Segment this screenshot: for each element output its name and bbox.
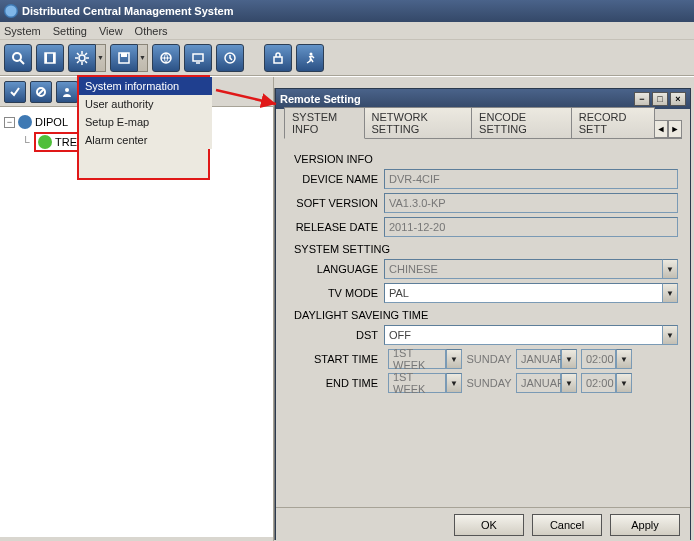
close-button[interactable]: ×	[670, 92, 686, 106]
chevron-down-icon[interactable]: ▼	[446, 373, 462, 393]
row-end-time: END TIME 1ST WEEK▼ SUNDAY JANUAR▼ 02:00▼	[288, 373, 678, 393]
monitor-button[interactable]	[184, 44, 212, 72]
form-area: VERSION INFO DEVICE NAME DVR-4CIF SOFT V…	[284, 139, 682, 393]
tab-system-info[interactable]: SYSTEM INFO	[284, 107, 365, 139]
clock-button[interactable]	[216, 44, 244, 72]
minimize-button[interactable]: −	[634, 92, 650, 106]
select-tv-mode[interactable]: PAL ▼	[384, 283, 678, 303]
chevron-down-icon[interactable]: ▼	[616, 373, 632, 393]
user-button[interactable]	[56, 81, 78, 103]
tab-encode-setting[interactable]: ENCODE SETTING	[471, 107, 572, 138]
tab-network-setting[interactable]: NETWORK SETTING	[364, 107, 473, 138]
globe-icon	[18, 115, 32, 129]
select-dst[interactable]: OFF ▼	[384, 325, 678, 345]
select-start-hour[interactable]: 02:00▼	[581, 349, 632, 369]
menu-setting[interactable]: Setting	[53, 25, 87, 37]
gear-icon[interactable]	[68, 44, 96, 72]
group-version-info: VERSION INFO	[294, 153, 678, 165]
main-titlebar: Distributed Central Management System	[0, 0, 694, 22]
toolbar: ▼ ▼	[0, 40, 694, 76]
tab-scroll-left[interactable]: ◄	[654, 120, 668, 138]
value-soft-version: VA1.3.0-KP	[384, 193, 678, 213]
globe-button[interactable]	[152, 44, 180, 72]
svg-rect-13	[274, 57, 282, 63]
value-end-hour: 02:00	[581, 373, 616, 393]
value-start-hour: 02:00	[581, 349, 616, 369]
svg-rect-10	[193, 54, 203, 61]
window-title: Distributed Central Management System	[22, 5, 234, 17]
svg-line-16	[38, 89, 44, 95]
label-end-time: END TIME	[288, 377, 384, 389]
svg-line-2	[20, 60, 24, 64]
lock-button[interactable]	[264, 44, 292, 72]
menu-others[interactable]: Others	[135, 25, 168, 37]
tab-record-setting[interactable]: RECORD SETT	[571, 107, 655, 138]
chevron-down-icon[interactable]: ▼	[561, 373, 577, 393]
chevron-down-icon[interactable]: ▼	[96, 44, 106, 72]
device-online-icon	[38, 135, 52, 149]
maximize-button[interactable]: □	[652, 92, 668, 106]
menu-item-user-authority[interactable]: User authority	[79, 95, 212, 113]
apply-button[interactable]: Apply	[610, 514, 680, 536]
chevron-down-icon[interactable]: ▼	[138, 44, 148, 72]
settings-dropdown[interactable]: ▼	[68, 44, 106, 72]
menu-item-system-information[interactable]: System information	[79, 77, 212, 95]
menu-item-setup-emap[interactable]: Setup E-map	[79, 113, 212, 131]
tab-scroll-right[interactable]: ►	[668, 120, 682, 138]
select-end-month[interactable]: JANUAR▼	[516, 373, 577, 393]
check-button[interactable]	[4, 81, 26, 103]
menu-view[interactable]: View	[99, 25, 123, 37]
dialog-tabs: SYSTEM INFO NETWORK SETTING ENCODE SETTI…	[284, 117, 682, 139]
label-device-name: DEVICE NAME	[288, 173, 384, 185]
value-release-date: 2011-12-20	[384, 217, 678, 237]
settings-dropdown-menu: System information User authority Setup …	[79, 77, 212, 149]
dialog-button-bar: OK Cancel Apply	[276, 507, 690, 541]
select-end-week[interactable]: 1ST WEEK▼	[388, 373, 462, 393]
value-start-week: 1ST WEEK	[388, 349, 446, 369]
dialog-title: Remote Setting	[280, 93, 361, 105]
settings-dropdown-highlight: System information User authority Setup …	[77, 75, 210, 180]
runner-button[interactable]	[296, 44, 324, 72]
group-system-setting: SYSTEM SETTING	[294, 243, 678, 255]
tab-scroll: ◄ ►	[654, 120, 682, 138]
collapse-icon[interactable]: −	[4, 117, 15, 128]
svg-point-14	[310, 52, 313, 55]
cancel-button[interactable]: Cancel	[532, 514, 602, 536]
row-soft-version: SOFT VERSION VA1.3.0-KP	[288, 193, 678, 213]
select-end-hour[interactable]: 02:00▼	[581, 373, 632, 393]
chevron-down-icon[interactable]: ▼	[662, 259, 678, 279]
stop-button[interactable]	[30, 81, 52, 103]
menubar: System Setting View Others	[0, 22, 694, 40]
value-tv-mode: PAL	[384, 283, 662, 303]
label-start-day: SUNDAY	[466, 353, 512, 365]
chevron-down-icon[interactable]: ▼	[662, 283, 678, 303]
svg-rect-4	[45, 53, 47, 63]
save-icon[interactable]	[110, 44, 138, 72]
svg-rect-8	[121, 53, 127, 57]
row-device-name: DEVICE NAME DVR-4CIF	[288, 169, 678, 189]
chevron-down-icon[interactable]: ▼	[446, 349, 462, 369]
chevron-down-icon[interactable]: ▼	[561, 349, 577, 369]
label-tv-mode: TV MODE	[288, 287, 384, 299]
value-start-month: JANUAR	[516, 349, 561, 369]
menu-item-alarm-center[interactable]: Alarm center	[79, 131, 212, 149]
chevron-down-icon[interactable]: ▼	[662, 325, 678, 345]
tree-root-label: DIPOL	[35, 116, 68, 128]
svg-point-6	[79, 55, 85, 61]
film-button[interactable]	[36, 44, 64, 72]
row-dst: DST OFF ▼	[288, 325, 678, 345]
app-icon	[4, 4, 18, 18]
menu-system[interactable]: System	[4, 25, 41, 37]
ok-button[interactable]: OK	[454, 514, 524, 536]
svg-point-1	[13, 53, 21, 61]
select-language[interactable]: CHINESE ▼	[384, 259, 678, 279]
row-tv-mode: TV MODE PAL ▼	[288, 283, 678, 303]
remote-setting-dialog: Remote Setting − □ × SYSTEM INFO NETWORK…	[275, 88, 691, 540]
select-start-week[interactable]: 1ST WEEK▼	[388, 349, 462, 369]
chevron-down-icon[interactable]: ▼	[616, 349, 632, 369]
label-release-date: RELEASE DATE	[288, 221, 384, 233]
svg-point-0	[5, 5, 16, 16]
select-start-month[interactable]: JANUAR▼	[516, 349, 577, 369]
save-dropdown[interactable]: ▼	[110, 44, 148, 72]
search-button[interactable]	[4, 44, 32, 72]
